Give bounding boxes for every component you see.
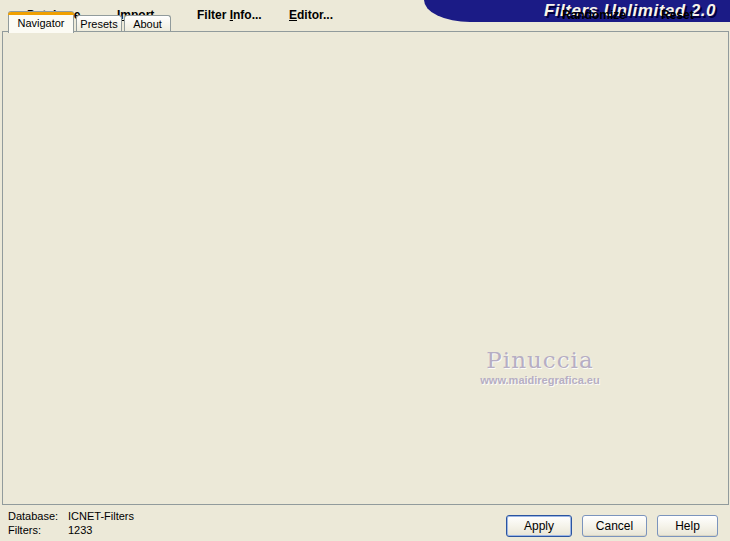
filter-info-button[interactable]: Filter Info... (197, 6, 262, 24)
filters-count-label: Filters: (8, 524, 41, 536)
tab-navigator[interactable]: Navigator (8, 11, 74, 33)
randomize-button[interactable]: Randomize (562, 6, 626, 24)
navigator-tab-page (2, 31, 729, 505)
help-button[interactable]: Help (657, 515, 718, 537)
editor-button[interactable]: Editor... (289, 6, 333, 24)
reset-button[interactable]: Reset (661, 6, 694, 24)
database-status-value: ICNET-Filters (68, 510, 134, 522)
filters-unlimited-dialog: Filters Unlimited 2.0 Navigator Presets … (0, 0, 730, 541)
cancel-button[interactable]: Cancel (582, 515, 647, 537)
filters-count-value: 1233 (68, 524, 92, 536)
database-status-label: Database: (8, 510, 58, 522)
apply-button[interactable]: Apply (506, 515, 572, 537)
